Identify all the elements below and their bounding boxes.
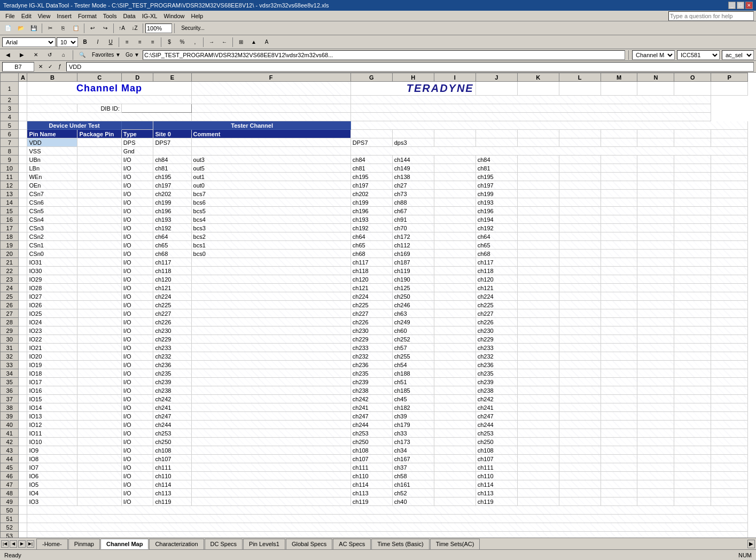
sort-desc-btn[interactable]: ↓Z: [129, 23, 141, 34]
col-E[interactable]: E: [153, 73, 191, 82]
cell-B1[interactable]: Channel Map: [27, 82, 191, 96]
cell-P6[interactable]: [711, 130, 748, 138]
cell-D5[interactable]: [121, 121, 153, 130]
col-A[interactable]: A: [19, 73, 27, 82]
cell-E7[interactable]: DPS7: [153, 138, 191, 147]
cell-K1[interactable]: [517, 82, 559, 96]
tab-dc-specs[interactable]: DC Specs: [205, 539, 243, 549]
home-btn[interactable]: ⌂: [58, 50, 69, 60]
cell-A8[interactable]: [19, 147, 27, 155]
copy-btn[interactable]: ⎘: [57, 23, 69, 34]
tab-last-btn[interactable]: ▶|: [27, 540, 34, 548]
cell-K7[interactable]: [517, 138, 559, 147]
icc-select[interactable]: ICC581: [677, 50, 720, 60]
row-22-header[interactable]: 22: [1, 267, 19, 275]
row-17-header[interactable]: 17: [1, 224, 19, 232]
ac-sel-select[interactable]: ac_sel: [722, 50, 754, 60]
row-27-header[interactable]: 27: [1, 309, 19, 318]
undo-btn[interactable]: ↩: [87, 23, 98, 34]
cell-P1[interactable]: [711, 82, 748, 96]
row-8-header[interactable]: 8: [1, 147, 19, 155]
cell-A6[interactable]: [19, 130, 27, 138]
col-G[interactable]: G: [350, 73, 392, 82]
cell-B2[interactable]: [27, 96, 191, 104]
tab-global-specs[interactable]: Global Specs: [286, 539, 332, 549]
cell-J7[interactable]: [476, 138, 517, 147]
cell-J1[interactable]: [476, 82, 517, 96]
row-45-header[interactable]: 45: [1, 463, 19, 472]
row-42-header[interactable]: 42: [1, 438, 19, 446]
security-btn[interactable]: Security...: [177, 23, 209, 34]
row-32-header[interactable]: 32: [1, 352, 19, 361]
cell-O1[interactable]: [674, 82, 711, 96]
stop-btn[interactable]: ✕: [30, 50, 42, 60]
row-5-header[interactable]: 5: [1, 121, 19, 130]
col-H[interactable]: H: [392, 73, 434, 82]
minimize-button[interactable]: _: [728, 2, 736, 9]
cell-O6[interactable]: [674, 130, 711, 138]
cell-F7[interactable]: [191, 138, 350, 147]
row-41-header[interactable]: 41: [1, 429, 19, 438]
cell-H7[interactable]: dps3: [392, 138, 434, 147]
cell-D3[interactable]: [121, 104, 191, 113]
row-38-header[interactable]: 38: [1, 403, 19, 412]
row-46-header[interactable]: 46: [1, 472, 19, 480]
cancel-formula-btn[interactable]: ✕: [36, 61, 45, 72]
row-13-header[interactable]: 13: [1, 190, 19, 198]
row-47-header[interactable]: 47: [1, 480, 19, 489]
cell-B4[interactable]: [27, 113, 191, 121]
cell-J6[interactable]: [476, 130, 517, 138]
cell-G2[interactable]: [350, 96, 711, 104]
menu-insert[interactable]: Insert: [53, 12, 75, 20]
cell-B7[interactable]: VDD: [27, 138, 77, 147]
zoom-input[interactable]: [145, 24, 172, 33]
cell-B3[interactable]: [27, 104, 77, 113]
italic-btn[interactable]: I: [92, 37, 104, 48]
cell-B8[interactable]: VSS: [27, 147, 77, 155]
tab-next-btn[interactable]: ▶: [18, 540, 26, 548]
col-P[interactable]: P: [711, 73, 748, 82]
insert-function-btn[interactable]: ƒ: [56, 61, 64, 72]
align-center-btn[interactable]: ≡: [134, 37, 146, 48]
help-input[interactable]: [668, 11, 754, 21]
cut-btn[interactable]: ✂: [44, 23, 56, 34]
indent-decrease-btn[interactable]: ←: [219, 37, 230, 48]
cell-F4[interactable]: [191, 113, 350, 121]
cell-D7[interactable]: DPS: [121, 138, 153, 147]
fwd-btn[interactable]: ▶: [16, 50, 28, 60]
borders-btn[interactable]: ⊞: [235, 37, 247, 48]
cell-A7[interactable]: [19, 138, 27, 147]
row-31-header[interactable]: 31: [1, 344, 19, 352]
row-30-header[interactable]: 30: [1, 335, 19, 344]
cell-C7[interactable]: [77, 138, 121, 147]
redo-btn[interactable]: ↪: [99, 23, 111, 34]
row-12-header[interactable]: 12: [1, 181, 19, 190]
cell-M1[interactable]: [601, 82, 637, 96]
cell-C3[interactable]: DIB ID:: [77, 104, 121, 113]
row-18-header[interactable]: 18: [1, 232, 19, 241]
address-input[interactable]: [143, 50, 625, 60]
col-I[interactable]: I: [434, 73, 476, 82]
percent-btn[interactable]: %: [176, 37, 188, 48]
row-1-header[interactable]: 1: [1, 82, 19, 96]
row-6-header[interactable]: 6: [1, 130, 19, 138]
menu-window[interactable]: Window: [160, 12, 188, 20]
confirm-formula-btn[interactable]: ✓: [46, 61, 54, 72]
row-2-header[interactable]: 2: [1, 96, 19, 104]
menu-help[interactable]: Help: [188, 12, 207, 20]
row-49-header[interactable]: 49: [1, 497, 19, 506]
currency-btn[interactable]: $: [163, 37, 175, 48]
tab-first-btn[interactable]: |◀: [1, 540, 9, 548]
tab-pin-levels1[interactable]: Pin Levels1: [243, 539, 285, 549]
tab-ac-specs[interactable]: AC Specs: [333, 539, 371, 549]
cell-A1[interactable]: [19, 82, 27, 96]
col-C[interactable]: C: [77, 73, 121, 82]
col-K[interactable]: K: [517, 73, 559, 82]
align-right-btn[interactable]: ≡: [147, 37, 159, 48]
col-D[interactable]: D: [121, 73, 153, 82]
cell-G8[interactable]: [350, 147, 747, 155]
comma-btn[interactable]: ,: [189, 37, 201, 48]
cell-F2[interactable]: [191, 96, 350, 104]
tab-prev-btn[interactable]: ◀: [10, 540, 17, 548]
cell-O7[interactable]: [674, 138, 711, 147]
